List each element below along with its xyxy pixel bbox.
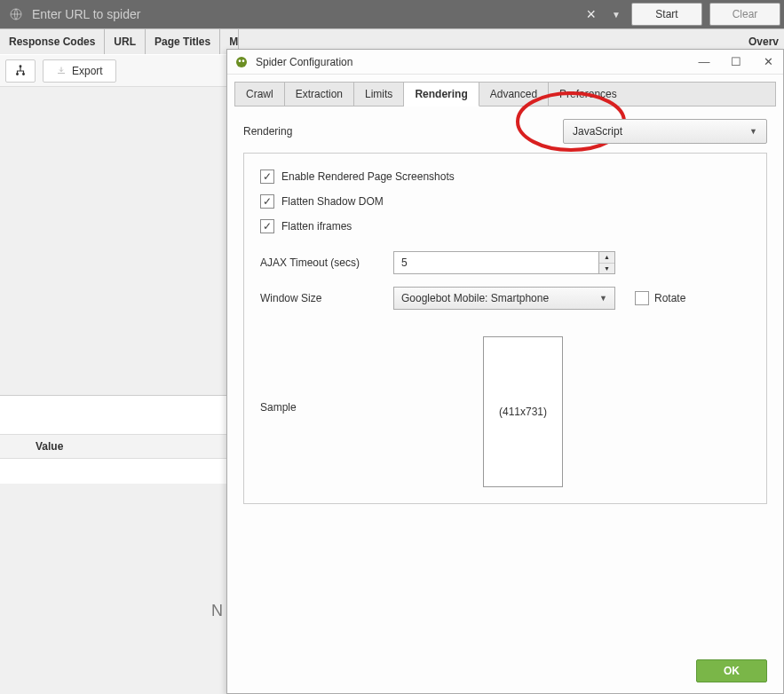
rotate-label: Rotate bbox=[654, 292, 685, 304]
window-size-dropdown[interactable]: Googlebot Mobile: Smartphone ▼ bbox=[393, 287, 615, 310]
checkbox-screenshots[interactable] bbox=[260, 170, 274, 184]
tab-url[interactable]: URL bbox=[105, 29, 146, 54]
checkbox-iframes[interactable] bbox=[260, 219, 274, 233]
maximize-icon[interactable]: ☐ bbox=[728, 55, 744, 68]
window-size-value: Googlebot Mobile: Smartphone bbox=[401, 292, 549, 304]
window-size-label: Window Size bbox=[260, 292, 384, 304]
chevron-down-icon: ▼ bbox=[599, 294, 607, 303]
rendering-value: JavaScript bbox=[573, 125, 622, 138]
svg-point-5 bbox=[239, 59, 242, 62]
svg-point-4 bbox=[236, 57, 247, 67]
spider-config-dialog: Spider Configuration — ☐ ✕ Crawl Extract… bbox=[226, 49, 784, 694]
checkbox-shadow-label: Flatten Shadow DOM bbox=[281, 195, 384, 208]
export-label: Export bbox=[72, 65, 103, 77]
sample-dimensions: (411x731) bbox=[499, 406, 547, 418]
rendering-options-group: Enable Rendered Page Screenshots Flatten… bbox=[243, 153, 767, 504]
dialog-titlebar: Spider Configuration — ☐ ✕ bbox=[227, 50, 783, 75]
export-button[interactable]: Export bbox=[43, 59, 116, 83]
app-icon bbox=[234, 55, 249, 69]
dialog-title: Spider Configuration bbox=[256, 56, 352, 68]
dialog-tabs: Crawl Extraction Limits Rendering Advanc… bbox=[234, 82, 776, 106]
tab-extraction[interactable]: Extraction bbox=[285, 83, 354, 106]
sample-label: Sample bbox=[260, 401, 384, 414]
ok-button[interactable]: OK bbox=[696, 659, 767, 682]
svg-point-6 bbox=[242, 59, 245, 62]
ajax-timeout-input[interactable] bbox=[394, 252, 598, 273]
checkbox-rotate[interactable] bbox=[635, 291, 649, 305]
url-input[interactable] bbox=[32, 7, 578, 21]
globe-icon bbox=[5, 4, 27, 25]
tree-view-button[interactable] bbox=[5, 59, 36, 83]
ajax-timeout-spinner[interactable]: ▲ ▼ bbox=[393, 251, 615, 274]
clear-url-icon[interactable]: × bbox=[578, 5, 606, 24]
tab-crawl[interactable]: Crawl bbox=[235, 83, 285, 106]
dialog-footer: OK bbox=[227, 649, 783, 693]
checkbox-screenshots-label: Enable Rendered Page Screenshots bbox=[281, 170, 455, 183]
tab-rendering[interactable]: Rendering bbox=[404, 83, 479, 106]
rendering-label: Rendering bbox=[243, 125, 368, 138]
ajax-timeout-label: AJAX Timeout (secs) bbox=[260, 256, 384, 269]
clear-button[interactable]: Clear bbox=[709, 3, 780, 26]
spinner-down-icon[interactable]: ▼ bbox=[599, 264, 614, 274]
url-bar: × ▼ Start Clear bbox=[0, 0, 784, 28]
tab-limits[interactable]: Limits bbox=[354, 83, 404, 106]
url-dropdown-icon[interactable]: ▼ bbox=[605, 10, 628, 20]
placeholder-letter: N bbox=[211, 602, 223, 620]
svg-point-1 bbox=[20, 65, 21, 67]
checkbox-iframes-label: Flatten iframes bbox=[281, 220, 352, 233]
rendering-dropdown[interactable]: JavaScript ▼ bbox=[563, 119, 767, 144]
checkbox-shadow-dom[interactable] bbox=[260, 194, 274, 209]
spinner-up-icon[interactable]: ▲ bbox=[599, 252, 614, 264]
svg-point-2 bbox=[17, 73, 19, 75]
sample-preview: (411x731) bbox=[483, 336, 563, 487]
dialog-body: Rendering JavaScript ▼ Enable Rendered P… bbox=[227, 106, 783, 649]
svg-point-3 bbox=[23, 73, 25, 75]
tab-advanced[interactable]: Advanced bbox=[479, 83, 549, 106]
chevron-down-icon: ▼ bbox=[749, 127, 757, 136]
tab-preferences[interactable]: Preferences bbox=[549, 83, 775, 106]
start-button[interactable]: Start bbox=[631, 3, 702, 26]
close-icon[interactable]: ✕ bbox=[760, 55, 776, 68]
minimize-icon[interactable]: — bbox=[696, 55, 712, 68]
tab-page-titles[interactable]: Page Titles bbox=[146, 29, 220, 54]
tab-response-codes[interactable]: Response Codes bbox=[0, 29, 105, 54]
